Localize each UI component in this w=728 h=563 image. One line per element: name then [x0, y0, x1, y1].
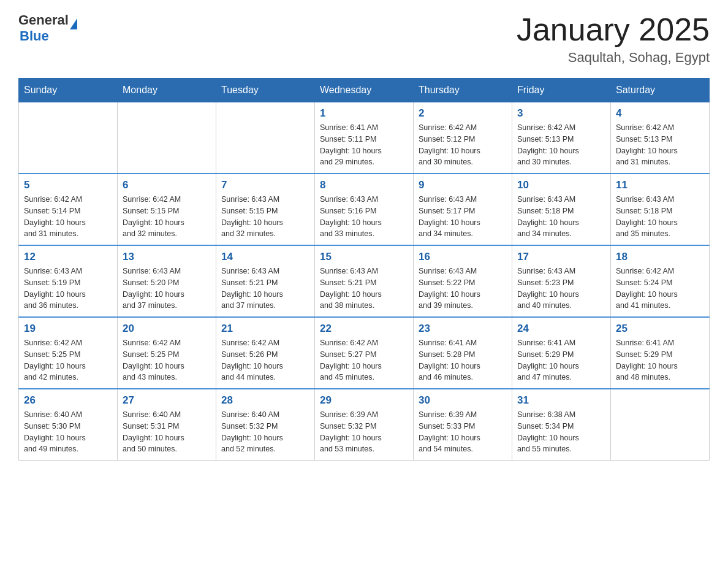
- day-number: 30: [419, 394, 507, 407]
- day-of-week-header: Saturday: [611, 79, 710, 102]
- day-info: Sunrise: 6:38 AM Sunset: 5:34 PM Dayligh…: [517, 409, 605, 455]
- day-info: Sunrise: 6:42 AM Sunset: 5:27 PM Dayligh…: [320, 337, 408, 383]
- calendar-cell: [611, 389, 710, 461]
- calendar-title: January 2025: [517, 12, 710, 47]
- day-number: 22: [320, 323, 408, 335]
- day-number: 3: [517, 107, 605, 120]
- calendar-cell: 28Sunrise: 6:40 AM Sunset: 5:32 PM Dayli…: [216, 389, 315, 461]
- day-number: 20: [123, 323, 211, 335]
- day-of-week-header: Friday: [512, 79, 611, 102]
- day-of-week-header: Wednesday: [315, 79, 414, 102]
- calendar-cell: 2Sunrise: 6:42 AM Sunset: 5:12 PM Daylig…: [414, 102, 512, 174]
- day-number: 7: [221, 179, 309, 191]
- day-info: Sunrise: 6:39 AM Sunset: 5:33 PM Dayligh…: [419, 409, 507, 455]
- calendar-cell: 10Sunrise: 6:43 AM Sunset: 5:18 PM Dayli…: [512, 174, 611, 245]
- day-of-week-header: Tuesday: [216, 79, 315, 102]
- calendar-cell: 21Sunrise: 6:42 AM Sunset: 5:26 PM Dayli…: [216, 317, 315, 389]
- day-info: Sunrise: 6:42 AM Sunset: 5:15 PM Dayligh…: [123, 194, 211, 240]
- day-number: 25: [616, 323, 704, 335]
- calendar-cell: 22Sunrise: 6:42 AM Sunset: 5:27 PM Dayli…: [315, 317, 414, 389]
- day-info: Sunrise: 6:43 AM Sunset: 5:18 PM Dayligh…: [616, 194, 704, 240]
- day-number: 5: [24, 179, 112, 191]
- day-number: 6: [123, 179, 211, 191]
- calendar-cell: [118, 102, 216, 174]
- header-row: SundayMondayTuesdayWednesdayThursdayFrid…: [19, 79, 710, 102]
- day-info: Sunrise: 6:42 AM Sunset: 5:25 PM Dayligh…: [24, 337, 112, 383]
- calendar-cell: 4Sunrise: 6:42 AM Sunset: 5:13 PM Daylig…: [611, 102, 710, 174]
- day-info: Sunrise: 6:43 AM Sunset: 5:20 PM Dayligh…: [123, 266, 211, 312]
- day-number: 17: [517, 251, 605, 263]
- calendar-week-row: 1Sunrise: 6:41 AM Sunset: 5:11 PM Daylig…: [19, 102, 710, 174]
- day-number: 11: [616, 179, 704, 191]
- day-info: Sunrise: 6:42 AM Sunset: 5:14 PM Dayligh…: [24, 194, 112, 240]
- day-number: 21: [221, 323, 309, 335]
- day-number: 10: [517, 179, 605, 191]
- day-info: Sunrise: 6:42 AM Sunset: 5:13 PM Dayligh…: [517, 122, 605, 168]
- calendar-cell: 26Sunrise: 6:40 AM Sunset: 5:30 PM Dayli…: [19, 389, 118, 461]
- calendar-cell: 13Sunrise: 6:43 AM Sunset: 5:20 PM Dayli…: [118, 245, 216, 317]
- day-of-week-header: Sunday: [19, 79, 118, 102]
- day-info: Sunrise: 6:41 AM Sunset: 5:29 PM Dayligh…: [616, 337, 704, 383]
- day-number: 18: [616, 251, 704, 263]
- day-number: 28: [221, 394, 309, 407]
- day-number: 23: [419, 323, 507, 335]
- day-info: Sunrise: 6:43 AM Sunset: 5:19 PM Dayligh…: [24, 266, 112, 312]
- calendar-cell: 6Sunrise: 6:42 AM Sunset: 5:15 PM Daylig…: [118, 174, 216, 245]
- day-info: Sunrise: 6:43 AM Sunset: 5:21 PM Dayligh…: [221, 266, 309, 312]
- calendar-cell: 27Sunrise: 6:40 AM Sunset: 5:31 PM Dayli…: [118, 389, 216, 461]
- calendar-cell: 18Sunrise: 6:42 AM Sunset: 5:24 PM Dayli…: [611, 245, 710, 317]
- day-info: Sunrise: 6:43 AM Sunset: 5:21 PM Dayligh…: [320, 266, 408, 312]
- day-info: Sunrise: 6:43 AM Sunset: 5:17 PM Dayligh…: [419, 194, 507, 240]
- day-info: Sunrise: 6:41 AM Sunset: 5:28 PM Dayligh…: [419, 337, 507, 383]
- calendar-table: SundayMondayTuesdayWednesdayThursdayFrid…: [18, 78, 710, 461]
- day-info: Sunrise: 6:43 AM Sunset: 5:18 PM Dayligh…: [517, 194, 605, 240]
- day-number: 29: [320, 394, 408, 407]
- day-info: Sunrise: 6:43 AM Sunset: 5:15 PM Dayligh…: [221, 194, 309, 240]
- day-info: Sunrise: 6:39 AM Sunset: 5:32 PM Dayligh…: [320, 409, 408, 455]
- day-number: 8: [320, 179, 408, 191]
- calendar-week-row: 19Sunrise: 6:42 AM Sunset: 5:25 PM Dayli…: [19, 317, 710, 389]
- day-of-week-header: Thursday: [414, 79, 512, 102]
- calendar-cell: 15Sunrise: 6:43 AM Sunset: 5:21 PM Dayli…: [315, 245, 414, 317]
- day-info: Sunrise: 6:41 AM Sunset: 5:11 PM Dayligh…: [320, 122, 408, 168]
- calendar-cell: 12Sunrise: 6:43 AM Sunset: 5:19 PM Dayli…: [19, 245, 118, 317]
- calendar-cell: 14Sunrise: 6:43 AM Sunset: 5:21 PM Dayli…: [216, 245, 315, 317]
- day-number: 1: [320, 107, 408, 120]
- day-info: Sunrise: 6:43 AM Sunset: 5:22 PM Dayligh…: [419, 266, 507, 312]
- calendar-cell: 31Sunrise: 6:38 AM Sunset: 5:34 PM Dayli…: [512, 389, 611, 461]
- day-number: 24: [517, 323, 605, 335]
- day-info: Sunrise: 6:42 AM Sunset: 5:13 PM Dayligh…: [616, 122, 704, 168]
- day-info: Sunrise: 6:40 AM Sunset: 5:30 PM Dayligh…: [24, 409, 112, 455]
- calendar-cell: 3Sunrise: 6:42 AM Sunset: 5:13 PM Daylig…: [512, 102, 611, 174]
- calendar-cell: 7Sunrise: 6:43 AM Sunset: 5:15 PM Daylig…: [216, 174, 315, 245]
- day-number: 14: [221, 251, 309, 263]
- day-info: Sunrise: 6:42 AM Sunset: 5:12 PM Dayligh…: [419, 122, 507, 168]
- logo: General Blue: [18, 12, 77, 44]
- day-info: Sunrise: 6:42 AM Sunset: 5:25 PM Dayligh…: [123, 337, 211, 383]
- calendar-cell: 25Sunrise: 6:41 AM Sunset: 5:29 PM Dayli…: [611, 317, 710, 389]
- day-info: Sunrise: 6:42 AM Sunset: 5:26 PM Dayligh…: [221, 337, 309, 383]
- day-number: 27: [123, 394, 211, 407]
- calendar-week-row: 12Sunrise: 6:43 AM Sunset: 5:19 PM Dayli…: [19, 245, 710, 317]
- day-info: Sunrise: 6:40 AM Sunset: 5:32 PM Dayligh…: [221, 409, 309, 455]
- page-header: General Blue January 2025 Saqultah, Soha…: [18, 12, 710, 66]
- day-number: 2: [419, 107, 507, 120]
- day-number: 4: [616, 107, 704, 120]
- day-number: 26: [24, 394, 112, 407]
- logo-general-text: General: [18, 12, 69, 28]
- day-number: 19: [24, 323, 112, 335]
- day-number: 31: [517, 394, 605, 407]
- day-info: Sunrise: 6:41 AM Sunset: 5:29 PM Dayligh…: [517, 337, 605, 383]
- calendar-cell: [19, 102, 118, 174]
- calendar-cell: 20Sunrise: 6:42 AM Sunset: 5:25 PM Dayli…: [118, 317, 216, 389]
- title-section: January 2025 Saqultah, Sohag, Egypt: [517, 12, 710, 66]
- day-number: 13: [123, 251, 211, 263]
- calendar-cell: 30Sunrise: 6:39 AM Sunset: 5:33 PM Dayli…: [414, 389, 512, 461]
- calendar-cell: 5Sunrise: 6:42 AM Sunset: 5:14 PM Daylig…: [19, 174, 118, 245]
- calendar-header: SundayMondayTuesdayWednesdayThursdayFrid…: [19, 79, 710, 102]
- day-number: 9: [419, 179, 507, 191]
- calendar-cell: 19Sunrise: 6:42 AM Sunset: 5:25 PM Dayli…: [19, 317, 118, 389]
- calendar-cell: 24Sunrise: 6:41 AM Sunset: 5:29 PM Dayli…: [512, 317, 611, 389]
- calendar-cell: 17Sunrise: 6:43 AM Sunset: 5:23 PM Dayli…: [512, 245, 611, 317]
- day-number: 15: [320, 251, 408, 263]
